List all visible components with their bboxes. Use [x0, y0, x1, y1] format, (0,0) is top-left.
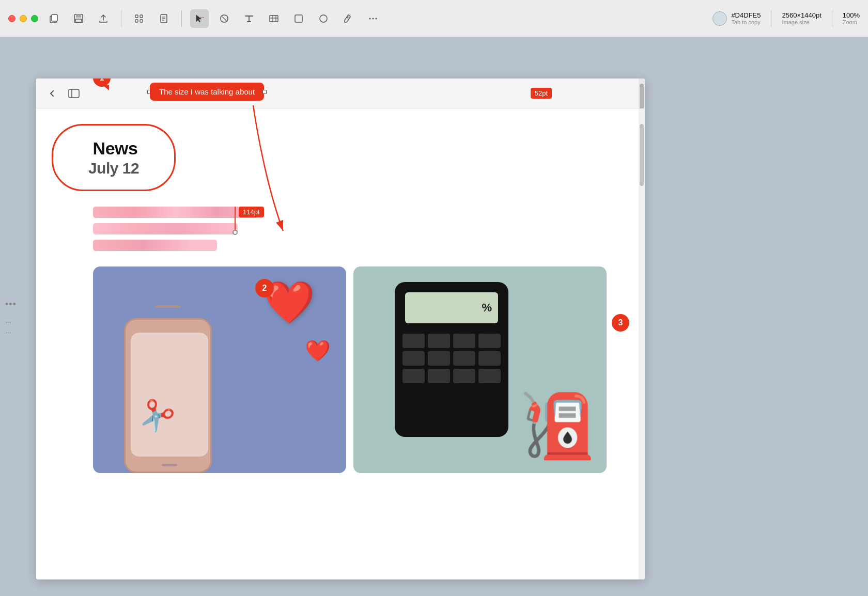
dot-handle-bottom — [233, 230, 238, 235]
blur-row-3 — [93, 240, 217, 251]
color-tab-copy-label: Tab to copy — [731, 19, 760, 25]
news-header-section: News July 12 — [36, 108, 645, 207]
heart-icon-small: ❤️ — [305, 339, 331, 363]
callout-3-container: 3 — [612, 314, 629, 332]
rail-label-2: … — [5, 327, 17, 335]
svg-rect-7 — [135, 20, 138, 22]
svg-rect-20 — [295, 15, 302, 22]
callout-2: 2 — [255, 279, 274, 297]
svg-point-24 — [373, 18, 374, 19]
image-size-area: 2560×1440pt Image size — [782, 11, 821, 25]
separator — [121, 10, 121, 27]
titlebar: #D4DFE5 Tab to copy 2560×1440pt Image si… — [0, 0, 868, 37]
svg-rect-8 — [140, 20, 143, 22]
svg-rect-6 — [140, 15, 143, 18]
callout-1: 1 — [93, 79, 111, 87]
callout-3: 3 — [612, 314, 629, 332]
pen-icon[interactable] — [339, 9, 358, 28]
svg-point-25 — [376, 18, 377, 19]
blurred-section-wrapper — [36, 207, 645, 261]
blur-row-2 — [93, 223, 238, 234]
upload-icon[interactable] — [94, 9, 113, 28]
color-info: #D4DFE5 Tab to copy — [731, 11, 761, 25]
zoom-value: 100% — [843, 11, 860, 19]
scrollbar[interactable] — [639, 79, 645, 108]
rect-icon[interactable] — [289, 9, 308, 28]
callout-2-tail — [269, 296, 272, 302]
measure-label-52: 52pt — [531, 88, 552, 99]
copy-icon[interactable] — [44, 9, 63, 28]
image-size-label: Image size — [782, 19, 809, 25]
rail-dots: ••• — [5, 299, 17, 310]
news-logo-badge: News July 12 — [52, 124, 176, 191]
save-icon[interactable] — [69, 9, 88, 28]
minimize-button[interactable] — [20, 15, 27, 22]
table-icon[interactable] — [265, 9, 283, 28]
sidebar-toggle-button[interactable] — [66, 86, 82, 101]
svg-rect-3 — [76, 14, 81, 18]
doc-scrollbar-thumb[interactable] — [640, 124, 644, 186]
separator-2 — [181, 10, 182, 27]
card-phone: ❤️ ❤️ ✂️ — [93, 266, 346, 473]
callout-2-container: 2 — [255, 279, 274, 297]
maximize-button[interactable] — [31, 15, 38, 22]
svg-rect-4 — [75, 19, 82, 22]
news-date-text: July 12 — [88, 160, 139, 177]
svg-rect-16 — [270, 15, 278, 22]
doc-content: News July 12 — [36, 108, 645, 483]
svg-point-21 — [320, 15, 327, 22]
color-hex-value: #D4DFE5 — [731, 11, 761, 19]
separator-4 — [832, 10, 832, 27]
annotation-tooltip: The size I was talking about — [150, 83, 264, 101]
svg-rect-5 — [135, 15, 138, 18]
back-button[interactable] — [44, 86, 60, 101]
page-icon[interactable] — [154, 9, 173, 28]
gas-pump-icon: ⛽ — [519, 390, 596, 463]
document-canvas: The size I was talking about 52pt 1 114p… — [36, 79, 645, 579]
grid-icon[interactable] — [130, 9, 148, 28]
traffic-lights — [8, 15, 38, 22]
news-logo-row: News — [90, 138, 138, 159]
doc-header: The size I was talking about 52pt 1 — [36, 79, 645, 108]
close-button[interactable] — [8, 15, 16, 22]
tooltip-right-handle — [262, 90, 267, 94]
canvas-area: ••• … … The size I was — [0, 37, 868, 596]
separator-3 — [771, 10, 771, 27]
measure-label-114: 114pt — [239, 207, 264, 217]
svg-point-23 — [369, 18, 371, 19]
cursor-icon[interactable] — [190, 9, 209, 28]
color-swatch — [712, 11, 727, 26]
mask-icon[interactable] — [215, 9, 234, 28]
image-size-value: 2560×1440pt — [782, 11, 821, 19]
color-swatch-area[interactable]: #D4DFE5 Tab to copy — [712, 11, 761, 26]
text-icon[interactable] — [240, 9, 258, 28]
blur-row-1 — [93, 207, 258, 218]
calculator-body: % — [395, 282, 519, 458]
news-brand-text: News — [93, 138, 138, 159]
annotation-text: The size I was talking about — [159, 87, 255, 96]
toolbar-right: #D4DFE5 Tab to copy 2560×1440pt Image si… — [712, 10, 860, 27]
svg-point-22 — [347, 16, 349, 18]
circle-icon[interactable] — [314, 9, 333, 28]
more-icon[interactable] — [364, 9, 382, 28]
svg-rect-26 — [69, 89, 79, 98]
card-calculator: % — [353, 266, 607, 473]
doc-scrollbar[interactable] — [639, 108, 645, 579]
svg-rect-1 — [52, 14, 57, 21]
annotation-tooltip-container: The size I was talking about — [150, 83, 264, 101]
left-rail: ••• … … — [5, 299, 17, 335]
rail-label-1: … — [5, 317, 17, 324]
zoom-label: Zoom — [843, 19, 857, 25]
zoom-area: 100% Zoom — [843, 11, 860, 25]
cards-row: ❤️ ❤️ ✂️ % — [36, 261, 645, 483]
phone-body — [124, 297, 222, 473]
calc-keys — [402, 334, 501, 383]
